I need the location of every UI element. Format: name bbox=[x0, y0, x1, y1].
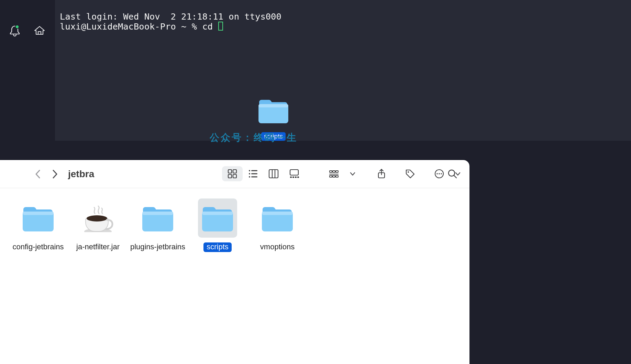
file-item[interactable]: config-jetbrains bbox=[8, 198, 68, 252]
group-by-chevron-icon[interactable] bbox=[345, 166, 360, 181]
view-gallery-button[interactable] bbox=[284, 166, 305, 181]
folder-icon bbox=[198, 198, 237, 238]
terminal-last-login: Last login: Wed Nov 2 21:18:11 on ttys00… bbox=[60, 11, 281, 22]
folder-icon bbox=[19, 198, 58, 238]
jar-icon bbox=[78, 198, 118, 238]
home-icon[interactable] bbox=[34, 25, 45, 141]
desktop-lower-backdrop bbox=[469, 160, 631, 364]
folder-icon bbox=[138, 198, 177, 238]
tags-button[interactable] bbox=[403, 166, 418, 181]
terminal-prompt: luxi@LuxideMacBook-Pro ~ % bbox=[60, 21, 202, 32]
view-icons-button[interactable] bbox=[222, 166, 243, 181]
nav-forward-button[interactable] bbox=[52, 169, 58, 179]
file-item[interactable]: scripts bbox=[188, 198, 247, 252]
watermark-text: 公众号：终码一生 bbox=[210, 131, 298, 144]
view-list-button[interactable] bbox=[243, 166, 263, 181]
file-item-label: scripts bbox=[203, 242, 232, 252]
file-item[interactable]: vmoptions bbox=[247, 198, 307, 252]
desktop-top-region: Last login: Wed Nov 2 21:18:11 on ttys00… bbox=[0, 0, 631, 160]
notification-dot-icon bbox=[15, 25, 19, 29]
terminal-command: cd bbox=[202, 21, 218, 32]
file-item[interactable]: plugins-jetbrains bbox=[128, 198, 188, 252]
finder-title: jetbra bbox=[68, 169, 94, 180]
view-switcher bbox=[222, 166, 305, 181]
app-sidebar bbox=[0, 0, 55, 141]
finder-body[interactable]: config-jetbrainsja-netfilter.jarplugins-… bbox=[0, 188, 469, 262]
view-columns-button[interactable] bbox=[263, 166, 284, 181]
search-button[interactable] bbox=[445, 166, 460, 181]
notifications-icon[interactable] bbox=[9, 25, 21, 141]
group-by-button[interactable] bbox=[326, 166, 342, 181]
terminal-cursor-icon bbox=[218, 22, 223, 31]
file-item-label: ja-netfilter.jar bbox=[76, 242, 120, 251]
share-button[interactable] bbox=[374, 166, 389, 181]
folder-icon bbox=[258, 198, 297, 238]
file-item-label: config-jetbrains bbox=[12, 242, 64, 251]
terminal-pane[interactable]: Last login: Wed Nov 2 21:18:11 on ttys00… bbox=[55, 0, 631, 141]
file-item-label: vmoptions bbox=[260, 242, 295, 251]
finder-window: jetbra config-jetbrainsja-netfilter.jarp… bbox=[0, 160, 469, 364]
file-item-label: plugins-jetbrains bbox=[130, 242, 185, 251]
finder-toolbar: jetbra bbox=[0, 160, 469, 188]
nav-back-button[interactable] bbox=[34, 169, 41, 179]
file-item[interactable]: ja-netfilter.jar bbox=[68, 198, 128, 252]
folder-icon bbox=[257, 97, 290, 124]
